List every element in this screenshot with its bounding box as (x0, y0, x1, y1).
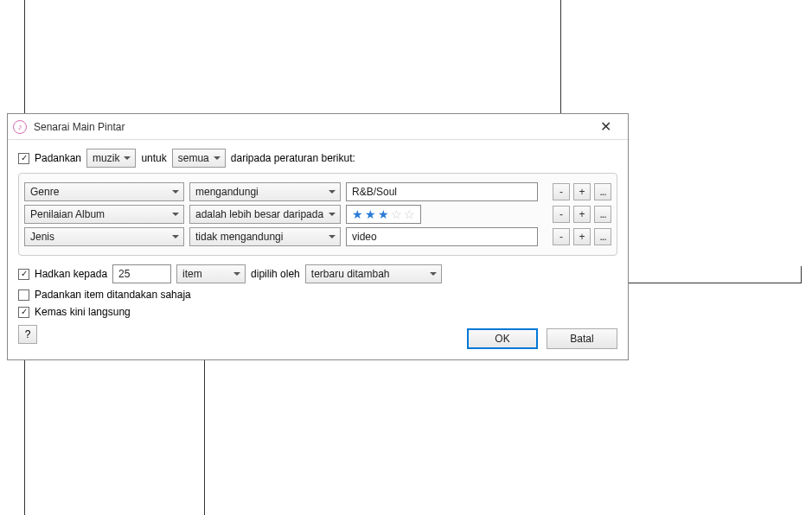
add-rule-button[interactable]: + (573, 228, 591, 245)
music-app-icon (13, 120, 27, 134)
more-rule-button[interactable]: ... (594, 228, 611, 245)
cancel-button[interactable]: Batal (547, 328, 617, 349)
rule-operator-select[interactable]: mengandungi (189, 182, 341, 201)
star-icon: ★ (378, 207, 389, 221)
star-icon: ☆ (404, 207, 415, 221)
limit-unit-select[interactable]: item (176, 264, 246, 283)
rules-container: Genre mengandungi R&B/Soul - + ... Penil… (18, 173, 617, 256)
ok-button[interactable]: OK (467, 328, 538, 349)
rule-field-select[interactable]: Jenis (24, 227, 184, 246)
rule-row: Penilaian Album adalah lebih besar darip… (24, 205, 611, 224)
match-checked-only-label: Padankan item ditandakan sahaja (35, 289, 191, 301)
limit-checkbox[interactable] (18, 269, 29, 280)
rule-value-input[interactable]: video (346, 227, 538, 246)
match-checked-only-checkbox[interactable] (18, 289, 29, 301)
live-update-label: Kemas kini langsung (35, 306, 131, 318)
rule-field-select[interactable]: Genre (24, 182, 184, 201)
dialog-footer: OK Batal (18, 328, 617, 349)
limit-value-input[interactable]: 25 (112, 264, 171, 283)
match-suffix: daripada peraturan berikut: (231, 152, 355, 164)
star-icon: ★ (352, 207, 363, 221)
more-rule-button[interactable]: ... (594, 206, 611, 223)
add-rule-button[interactable]: + (573, 206, 591, 223)
rule-operator-select[interactable]: tidak mengandungi (189, 227, 341, 246)
limit-label: Hadkan kepada (35, 268, 107, 280)
match-checkbox[interactable] (18, 153, 29, 164)
help-button[interactable]: ? (18, 325, 37, 344)
rule-row: Jenis tidak mengandungi video - + ... (24, 227, 611, 246)
match-label: Padankan (35, 152, 81, 164)
match-rule-row: Padankan muzik untuk semua daripada pera… (18, 149, 617, 168)
more-rule-button[interactable]: ... (594, 183, 611, 200)
remove-rule-button[interactable]: - (553, 183, 570, 200)
star-icon: ★ (365, 207, 376, 221)
dialog-title: Senarai Main Pintar (34, 121, 125, 133)
limit-by-label: dipilih oleh (251, 268, 300, 280)
rule-field-select[interactable]: Penilaian Album (24, 205, 184, 224)
rule-value-input[interactable]: R&B/Soul (346, 182, 538, 201)
match-scope-select[interactable]: semua (172, 149, 226, 168)
limit-by-select[interactable]: terbaru ditambah (305, 264, 442, 283)
rule-row: Genre mengandungi R&B/Soul - + ... (24, 182, 611, 201)
smart-playlist-dialog: Senarai Main Pintar ✕ Padankan muzik unt… (7, 113, 629, 360)
add-rule-button[interactable]: + (573, 183, 591, 200)
remove-rule-button[interactable]: - (553, 206, 570, 223)
match-type-select[interactable]: muzik (86, 149, 136, 168)
star-icon: ☆ (391, 207, 402, 221)
rule-operator-select[interactable]: adalah lebih besar daripada (189, 205, 341, 224)
live-update-checkbox[interactable] (18, 307, 29, 318)
rule-value-stars[interactable]: ★ ★ ★ ☆ ☆ (346, 205, 421, 224)
close-button[interactable]: ✕ (588, 118, 623, 135)
remove-rule-button[interactable]: - (553, 228, 570, 245)
titlebar: Senarai Main Pintar ✕ (8, 114, 628, 140)
match-conj: untuk (141, 152, 166, 164)
